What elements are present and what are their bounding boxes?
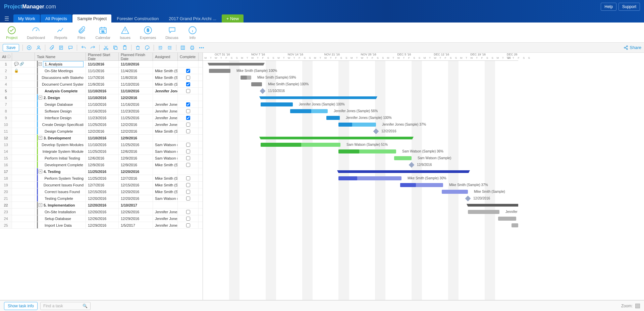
row-number[interactable]: 20 <box>0 188 12 195</box>
task-bar[interactable] <box>338 176 401 180</box>
start-date-cell[interactable]: 11/25/2016 <box>86 168 119 175</box>
complete-checkbox[interactable] <box>186 217 190 221</box>
task-name-cell[interactable]: Interface Design <box>35 115 86 121</box>
assigned-cell[interactable]: Jennifer Jones <box>153 222 178 228</box>
finish-date-cell[interactable]: 12/2/2016 <box>119 94 153 101</box>
complete-checkbox[interactable] <box>186 183 190 187</box>
complete-checkbox[interactable] <box>186 102 190 106</box>
complete-cell[interactable] <box>178 168 199 175</box>
task-bar[interactable] <box>394 156 412 160</box>
assigned-cell[interactable]: Mike Smith (Sa <box>153 175 178 181</box>
finish-date-cell[interactable]: 11/10/2016 <box>119 61 153 67</box>
row-number[interactable]: 23 <box>0 209 12 215</box>
start-date-cell[interactable]: 12/20/2016 <box>86 195 119 202</box>
complete-checkbox[interactable] <box>186 76 190 80</box>
cut-icon[interactable] <box>103 45 109 51</box>
start-date-cell[interactable]: 11/23/2016 <box>86 115 119 121</box>
collapse-icon[interactable]: − <box>39 62 42 66</box>
finish-date-cell[interactable]: 1/10/2017 <box>119 202 153 208</box>
task-name-cell[interactable]: Setup Database <box>35 215 86 222</box>
header-start[interactable]: Planned Start Date <box>86 53 119 60</box>
row-number[interactable]: 6 <box>0 94 12 101</box>
task-name-cell[interactable]: Document Issues Found <box>35 182 86 188</box>
task-name-cell[interactable]: Document Current Syster <box>35 81 86 87</box>
complete-checkbox[interactable] <box>186 129 190 133</box>
assigned-cell[interactable]: Mike Smith (Sa <box>153 188 178 195</box>
task-name-cell[interactable]: Discussions with Stakeho <box>35 74 86 81</box>
complete-cell[interactable] <box>178 182 199 188</box>
complete-checkbox[interactable] <box>186 223 190 227</box>
start-date-cell[interactable]: 11/10/2016 <box>86 101 119 107</box>
task-row[interactable]: 3Discussions with Stakeho11/7/201611/8/2… <box>0 74 203 81</box>
task-row[interactable]: 24Setup Database12/26/201612/29/2016Jenn… <box>0 215 203 222</box>
task-row[interactable]: 4Document Current Syster11/9/201611/10/2… <box>0 81 203 88</box>
task-name-cell[interactable]: Software Design <box>35 108 86 114</box>
complete-checkbox[interactable] <box>186 210 190 214</box>
save-button[interactable]: Save <box>3 44 19 51</box>
complete-checkbox[interactable] <box>186 143 190 147</box>
header-finish[interactable]: Planned Finish Date <box>119 53 153 60</box>
task-bar[interactable] <box>400 183 443 187</box>
complete-cell[interactable] <box>178 81 199 87</box>
complete-cell[interactable] <box>178 121 199 128</box>
row-number[interactable]: 15 <box>0 155 12 161</box>
task-row[interactable]: 15Perform Initial Testing12/6/201612/9/2… <box>0 155 203 162</box>
finish-date-cell[interactable]: 12/20/2016 <box>119 188 153 195</box>
columns-icon[interactable] <box>180 45 186 51</box>
zoom-control[interactable]: Zoom: <box>621 304 640 308</box>
milestone-diamond[interactable] <box>373 129 379 134</box>
assigned-cell[interactable] <box>153 202 178 208</box>
complete-cell[interactable] <box>178 195 199 202</box>
task-bar[interactable] <box>326 116 340 120</box>
tool-files[interactable]: Files <box>77 26 86 40</box>
header-all[interactable]: All ⓘ <box>0 53 12 60</box>
row-number[interactable]: 19 <box>0 182 12 188</box>
assigned-cell[interactable]: Jennifer Jones <box>153 121 178 128</box>
task-name-cell[interactable]: −3. Development <box>35 135 86 141</box>
task-name-cell[interactable]: Design Database <box>35 101 86 107</box>
finish-date-cell[interactable]: 12/20/2016 <box>119 195 153 202</box>
more-icon[interactable]: ••• <box>199 45 205 51</box>
task-bar[interactable] <box>290 109 328 113</box>
milestone-diamond[interactable] <box>260 88 266 94</box>
complete-cell[interactable] <box>178 148 199 154</box>
print-icon[interactable] <box>189 45 195 51</box>
tool-discuss[interactable]: Discuss <box>165 26 178 40</box>
task-row[interactable]: 23On-Site Installation12/20/201612/26/20… <box>0 209 203 215</box>
finish-date-cell[interactable]: 12/7/2016 <box>119 175 153 181</box>
finish-date-cell[interactable]: 11/4/2016 <box>119 68 153 74</box>
task-row[interactable]: 18Perform System Testing11/25/201612/7/2… <box>0 175 203 182</box>
start-date-cell[interactable]: 11/1/2016 <box>86 68 119 74</box>
complete-checkbox[interactable] <box>186 149 190 153</box>
complete-cell[interactable] <box>178 175 199 181</box>
task-row[interactable]: 12−3. Development11/10/201612/9/2016 <box>0 135 203 141</box>
collapse-icon[interactable]: − <box>39 170 42 173</box>
assigned-cell[interactable] <box>153 61 178 67</box>
assigned-cell[interactable]: Jennifer Jones <box>153 215 178 222</box>
collapse-icon[interactable]: − <box>39 96 42 99</box>
trash-icon[interactable] <box>135 45 141 51</box>
row-number[interactable]: 7 <box>0 101 12 107</box>
task-row[interactable]: 25Import Live Data12/29/20161/5/2017Jenn… <box>0 222 203 229</box>
task-name-cell[interactable]: Perform System Testing <box>35 175 86 181</box>
row-number[interactable]: 17 <box>0 168 12 175</box>
undo-icon[interactable] <box>80 45 87 51</box>
complete-checkbox[interactable] <box>186 69 190 73</box>
indent-icon[interactable] <box>167 45 173 51</box>
task-name-cell[interactable]: Integrate System Module <box>35 148 86 154</box>
assigned-cell[interactable] <box>153 94 178 101</box>
summary-bar[interactable] <box>209 63 263 65</box>
header-complete[interactable]: Complete <box>178 53 199 60</box>
start-date-cell[interactable]: 11/1/2016 <box>86 61 119 67</box>
start-date-cell[interactable]: 12/29/2016 <box>86 222 119 228</box>
palette-icon[interactable] <box>144 45 150 51</box>
tool-reports[interactable]: Reports <box>54 26 67 40</box>
start-date-cell[interactable]: 11/7/2016 <box>86 74 119 81</box>
tool-info[interactable]: Info <box>188 26 197 40</box>
complete-cell[interactable] <box>178 202 199 208</box>
task-row[interactable]: 7Design Database11/10/201611/16/2016Jenn… <box>0 101 203 108</box>
assigned-cell[interactable]: Jennifer Jones <box>153 108 178 114</box>
task-row[interactable]: 22−5. Implementation12/20/20161/10/2017 <box>0 202 203 209</box>
row-number[interactable]: 10 <box>0 121 12 128</box>
task-name-cell[interactable]: Import Live Data <box>35 222 86 228</box>
